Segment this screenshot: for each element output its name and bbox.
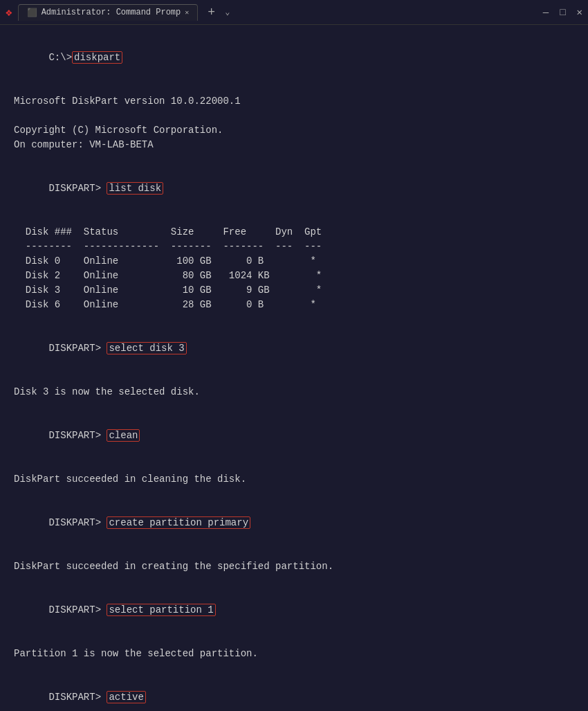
prompt-1: C:\>: [48, 52, 72, 63]
title-bar-controls: — □ ✕: [543, 6, 582, 18]
cmd-clean: clean: [107, 429, 140, 442]
table-disk0: Disk 0 Online 100 GB 0 B *: [14, 254, 574, 269]
title-bar: ❖ ⬛ Administrator: Command Promp ✕ + ⌄ —…: [0, 0, 588, 25]
line-blank-13: [14, 661, 574, 676]
window: ❖ ⬛ Administrator: Command Promp ✕ + ⌄ —…: [0, 0, 588, 711]
prompt-3: DISKPART>: [48, 343, 107, 354]
line-blank-9: [14, 487, 574, 501]
maximize-button[interactable]: □: [560, 7, 565, 18]
line-blank-1: [14, 80, 574, 94]
line-blank-5: [14, 312, 574, 327]
line-cmd-clean: DISKPART> clean: [14, 414, 574, 458]
tab-close-icon[interactable]: ✕: [185, 8, 189, 17]
tab-terminal-icon: ⬛: [27, 8, 37, 18]
prompt-5: DISKPART>: [48, 517, 107, 528]
prompt-7: DISKPART>: [48, 692, 107, 703]
table-disk3: Disk 3 Online 10 GB 9 GB *: [14, 283, 574, 298]
close-button[interactable]: ✕: [577, 6, 582, 18]
cmd-active: active: [107, 691, 145, 703]
minimize-button[interactable]: —: [543, 7, 549, 18]
tab-label: Administrator: Command Promp: [42, 8, 181, 17]
title-bar-left: ❖ ⬛ Administrator: Command Promp ✕ + ⌄: [6, 4, 543, 21]
cmd-diskpart: diskpart: [72, 51, 122, 64]
tab-chevron-icon[interactable]: ⌄: [225, 7, 230, 17]
table-header: Disk ### Status Size Free Dyn Gpt: [14, 225, 574, 240]
prompt-6: DISKPART>: [48, 604, 107, 615]
prompt-4: DISKPART>: [48, 430, 107, 441]
line-cmd-createpart: DISKPART> create partition primary: [14, 501, 574, 545]
line-blank-3: [14, 152, 574, 167]
line-cmd-diskpart: C:\>diskpart: [14, 36, 574, 80]
cmd-createpart: create partition primary: [107, 516, 250, 529]
line-blank-10: [14, 545, 574, 559]
prompt-2: DISKPART>: [48, 183, 107, 194]
line-cmd-listdisk: DISKPART> list disk: [14, 167, 574, 210]
active-tab[interactable]: ⬛ Administrator: Command Promp ✕: [18, 4, 199, 21]
new-tab-button[interactable]: +: [203, 6, 219, 19]
line-diskselected: Disk 3 is now the selected disk.: [14, 385, 574, 399]
line-cleaned: DiskPart succeeded in cleaning the disk.: [14, 472, 574, 487]
terminal-body[interactable]: C:\>diskpart Microsoft DiskPart version …: [0, 25, 588, 711]
line-blank-7: [14, 399, 574, 414]
line-cmd-selectdisk: DISKPART> select disk 3: [14, 327, 574, 370]
line-cmd-selectpart: DISKPART> select partition 1: [14, 588, 574, 632]
line-copyright: Copyright (C) Microsoft Corporation.: [14, 123, 574, 138]
line-blank-2: [14, 109, 574, 123]
line-blank-8: [14, 458, 574, 472]
cmd-selectdisk: select disk 3: [107, 342, 186, 354]
cmd-selectpart: select partition 1: [107, 604, 215, 616]
line-partcreated: DiskPart succeeded in creating the speci…: [14, 559, 574, 574]
line-blank-12: [14, 632, 574, 647]
line-version: Microsoft DiskPart version 10.0.22000.1: [14, 94, 574, 109]
app-logo-icon: ❖: [6, 6, 12, 19]
line-blank-6: [14, 370, 574, 385]
line-computer: On computer: VM-LAB-BETA: [14, 138, 574, 152]
line-blank-4: [14, 210, 574, 225]
line-blank-11: [14, 574, 574, 588]
line-cmd-active: DISKPART> active: [14, 676, 574, 711]
table-disk2: Disk 2 Online 80 GB 1024 KB *: [14, 269, 574, 283]
cmd-listdisk: list disk: [107, 182, 163, 195]
table-disk6: Disk 6 Online 28 GB 0 B *: [14, 298, 574, 312]
table-separator: -------- ------------- ------- ------- -…: [14, 240, 574, 254]
line-partselected: Partition 1 is now the selected partitio…: [14, 647, 574, 661]
